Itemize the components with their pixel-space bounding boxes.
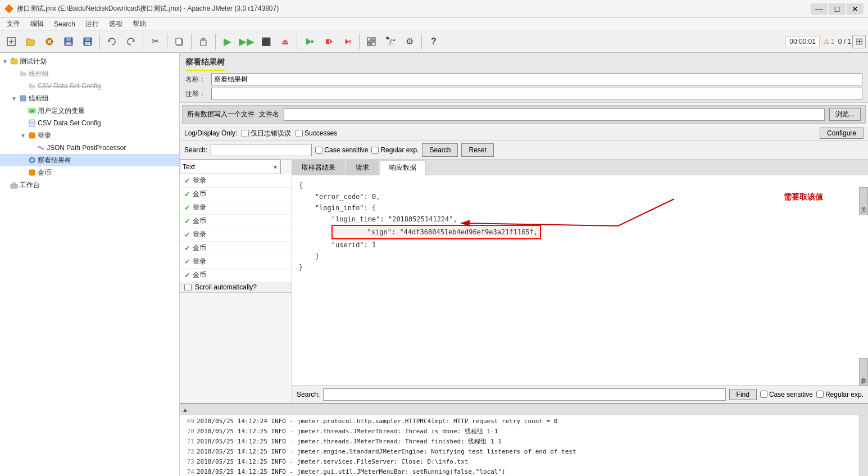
regular-exp-wrap[interactable]: Regular exp. [371,146,419,154]
tree-item-user-vars[interactable]: x=用户定义的变量 [0,105,179,117]
toolbar-remote-shutdown[interactable] [338,33,356,51]
name-input[interactable] [211,73,862,85]
json-line-4: "sign": "44df3680451eb4ed96ef9e3a21f1165… [299,225,861,239]
file-section: 所有数据写入一个文件 文件名 浏览... [182,105,866,124]
menu-edit[interactable]: 编辑 [26,18,48,30]
toolbar-remote-start[interactable] [300,33,318,51]
successes-label-wrap[interactable]: Successes [296,129,337,137]
tree-item-json-path[interactable]: JSON Path PostProcessor [0,142,179,154]
bottom-regex-label: Regular exp. [825,391,864,398]
tree-item-login[interactable]: ▼登录 [0,129,179,142]
toolbar-play-no-pause[interactable]: ▶▶ [238,33,256,51]
toolbar-copy[interactable] [170,33,188,51]
maximize-button[interactable]: □ [829,3,846,15]
right-edge-close-btn[interactable]: 关 [859,187,868,215]
toolbar-revert[interactable] [103,33,121,51]
case-sensitive-checkbox[interactable] [315,147,322,154]
result-item-r1[interactable]: ✔登录 [180,174,292,188]
tree-item-view-results-tree[interactable]: 察看结果树 [0,154,179,166]
menu-options[interactable]: 选项 [104,18,127,30]
browse-button[interactable]: 浏览... [829,108,861,121]
toolbar-cut[interactable]: ✂ [146,33,164,51]
bottom-regex-checkbox[interactable] [816,391,824,398]
result-item-label: 登录 [193,257,206,266]
tab-response[interactable]: 响应数据 [380,160,426,175]
tree-item-test-plan[interactable]: ▼测试计划 [0,55,179,67]
svg-rect-26 [372,38,375,41]
result-item-r4[interactable]: ✔金币 [180,215,292,228]
menu-run[interactable]: 运行 [81,18,103,30]
result-item-r5[interactable]: ✔登录 [180,228,292,242]
svg-point-32 [20,71,23,74]
main: ▼测试计划线程组CSV Data Set Config▼线程组x=用户定义的变量… [0,53,868,476]
tab-sampler[interactable]: 取样器结果 [292,160,345,175]
toolbar-remote-stop[interactable] [319,33,337,51]
errors-label-wrap[interactable]: 仅日志错误误 [242,129,291,138]
bottom-regex-wrap[interactable]: Regular exp. [816,391,864,398]
comment-row: 注释： [185,88,862,100]
bottom-case-checkbox[interactable] [760,391,767,398]
find-button[interactable]: Find [729,389,757,400]
toolbar-new[interactable] [2,33,20,51]
comment-label: 注释： [185,89,208,99]
log-display-label: Log/Display Only: [184,129,237,137]
tree-item-csv-data-set-disabled[interactable]: CSV Data Set Config [0,80,179,92]
toolbar-sep-5 [215,34,216,49]
menu-help[interactable]: 帮助 [128,18,151,30]
regular-exp-checkbox[interactable] [371,147,379,154]
toolbar-binoculars[interactable]: 🔭 [381,33,399,51]
reset-button[interactable]: Reset [461,143,493,157]
toolbar-save-as[interactable]: + [79,33,97,51]
log-scrollbar[interactable] [859,415,868,476]
svg-rect-44 [29,170,35,175]
filename-input[interactable] [284,108,825,121]
search-top-input[interactable] [211,144,312,156]
menu-search[interactable]: Search [49,19,80,29]
warning-count: 1 [831,38,835,46]
tree-item-workbench[interactable]: 工作台 [0,179,179,191]
result-list: ✔登录✔金币✔登录✔金币✔登录✔金币✔登录✔金币 [180,174,292,282]
jmeter-icon [4,4,13,13]
menu-file[interactable]: 文件 [2,18,25,30]
close-button[interactable]: ✕ [847,3,864,15]
tree-item-gold[interactable]: 金币 [0,166,179,179]
successes-checkbox[interactable] [296,130,303,137]
comment-input[interactable] [211,88,862,100]
minimize-button[interactable]: — [811,3,828,15]
text-dropdown[interactable]: Text ▼ [180,160,281,174]
right-edge-params-btn[interactable]: 参 [859,358,868,386]
toolbar-expand[interactable] [362,33,380,51]
result-item-r7[interactable]: ✔登录 [180,255,292,269]
svg-marker-23 [345,38,349,45]
bottom-case-wrap[interactable]: Case sensitive [760,391,813,398]
toolbar-counter-btn[interactable]: ⊞ [852,35,866,48]
configure-button[interactable]: Configure [820,128,864,139]
tree-label-workbench: 工作台 [20,180,40,190]
scroll-checkbox[interactable] [184,284,192,291]
tree-item-thread-group-disabled[interactable]: 线程组 [0,67,179,80]
toolbar-play[interactable]: ▶ [219,33,237,51]
errors-checkbox[interactable] [242,130,249,137]
content-area: Text ▼ ✔登录✔金币✔登录✔金币✔登录✔金币✔登录✔金币 Scroll a… [180,160,868,403]
toolbar-redo[interactable] [122,33,140,51]
search-button[interactable]: Search [422,143,458,157]
toolbar-paste[interactable] [194,33,212,51]
tab-request[interactable]: 请求 [346,160,379,175]
toolbar-close[interactable] [40,33,58,51]
tree-item-thread-group[interactable]: ▼线程组 [0,92,179,105]
search-bottom-input[interactable] [323,388,725,401]
toolbar-open[interactable] [21,33,39,51]
toolbar-shutdown[interactable]: ⏏ [276,33,294,51]
result-item-r3[interactable]: ✔登录 [180,201,292,215]
toolbar-sep-4 [191,34,192,49]
tree-item-csv-data-set[interactable]: CSV Data Set Config [0,117,179,129]
result-item-r8[interactable]: ✔金币 [180,269,292,282]
toolbar-save[interactable] [60,33,78,51]
toolbar-stop[interactable]: ⬛ [257,33,275,51]
toolbar-help[interactable]: ? [425,33,443,51]
result-item-r2[interactable]: ✔金币 [180,188,292,201]
case-sensitive-wrap[interactable]: Case sensitive [315,146,368,154]
name-row: 名称： [185,73,862,85]
result-item-r6[interactable]: ✔金币 [180,242,292,255]
toolbar-settings[interactable]: ⚙ [401,33,419,51]
